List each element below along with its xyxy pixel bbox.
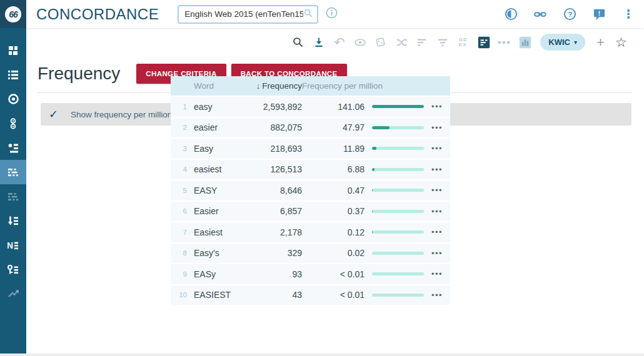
checkmark-icon: ✓ xyxy=(49,107,58,121)
add-view-button[interactable]: + xyxy=(590,33,611,52)
gdex-icon[interactable]: GDEX xyxy=(453,33,473,52)
table-row: 10 EASIEST 43 < 0.01 ••• xyxy=(171,285,450,307)
row-fpm: 47.97 xyxy=(302,122,365,132)
view-options-eye-icon[interactable] xyxy=(350,33,370,52)
fpm-bar xyxy=(372,126,424,129)
row-word: EASy xyxy=(189,269,242,279)
column-header-fpm[interactable]: Frequency per million xyxy=(302,81,365,91)
row-word: Easy xyxy=(189,144,242,154)
sidebar-item-wordlist[interactable] xyxy=(0,209,26,233)
sidebar-item-thesaurus[interactable] xyxy=(0,136,26,160)
row-index: 9 xyxy=(171,270,189,278)
visualize-chart-icon[interactable] xyxy=(515,33,535,52)
table-row: 7 Easiest 2,178 0.12 ••• xyxy=(171,222,450,244)
permalink-icon[interactable] xyxy=(533,7,547,21)
kwic-sentence-toggle-icon[interactable] xyxy=(473,33,494,52)
row-menu-icon[interactable]: ••• xyxy=(424,269,450,279)
sketch-engine-logo[interactable]: 66 xyxy=(0,0,26,28)
bullet-list-icon xyxy=(8,142,19,154)
sidebar-item-word-sketch-difference[interactable] xyxy=(0,111,26,136)
search-results-icon[interactable] xyxy=(288,33,308,52)
sidebar-item-text-types[interactable] xyxy=(0,184,26,209)
sidebar-item-trends[interactable] xyxy=(0,282,26,306)
svg-text:N: N xyxy=(8,240,13,250)
row-fpm: < 0.01 xyxy=(302,269,365,279)
info-icon[interactable] xyxy=(326,7,338,21)
fpm-bar-fill xyxy=(372,126,390,129)
table-row: 6 Easier 6,857 0.37 ••• xyxy=(171,202,450,223)
row-menu-icon[interactable]: ••• xyxy=(424,227,450,237)
row-fpm: 0.12 xyxy=(302,227,365,237)
table-row: 3 Easy 218,693 11.89 ••• xyxy=(171,139,450,160)
row-menu-icon[interactable]: ••• xyxy=(424,207,450,216)
top-header: CONCORDANCE ? ⋮ xyxy=(26,0,644,28)
corpus-search-box[interactable] xyxy=(178,5,318,24)
row-frequency: 126,513 xyxy=(242,164,302,174)
undo-icon[interactable]: ↶ xyxy=(329,33,350,52)
sidebar-item-n-grams[interactable]: N xyxy=(0,233,26,257)
row-menu-icon[interactable]: ••• xyxy=(424,165,450,174)
header-actions: ? ⋮ xyxy=(504,7,635,21)
row-menu-icon[interactable]: ••• xyxy=(424,249,450,258)
trend-arrow-icon xyxy=(8,288,19,300)
column-header-frequency[interactable]: ↓Frequency xyxy=(242,81,302,91)
fpm-bar xyxy=(372,252,424,255)
frequency-table: Word ↓Frequency Frequency per million 1 … xyxy=(171,76,450,306)
row-index: 6 xyxy=(171,207,189,215)
table-row: 5 EASY 8,646 0.47 ••• xyxy=(171,180,450,202)
sidebar-item-word-sketch[interactable] xyxy=(0,87,26,111)
sidebar-item-frequency[interactable] xyxy=(0,160,26,184)
row-frequency: 93 xyxy=(242,269,302,279)
row-menu-icon[interactable]: ••• xyxy=(424,123,450,132)
fpm-bar xyxy=(372,210,424,213)
chevron-down-icon: ▾ xyxy=(574,39,577,46)
row-index: 5 xyxy=(171,187,189,194)
row-menu-icon[interactable]: ••• xyxy=(424,102,450,111)
row-menu-icon[interactable]: ••• xyxy=(424,144,450,153)
row-frequency: 882,075 xyxy=(242,122,302,132)
random-sample-dice-icon[interactable] xyxy=(370,33,391,52)
sort-desc-icon: ↓ xyxy=(256,81,261,91)
row-fpm: 6.88 xyxy=(302,164,365,174)
filter-icon[interactable] xyxy=(432,33,453,52)
page-title: Frequency xyxy=(38,64,120,84)
sorted-list-icon xyxy=(8,215,19,227)
row-menu-icon[interactable]: ••• xyxy=(424,185,450,195)
more-actions-icon[interactable]: ••• xyxy=(494,33,515,52)
night-mode-icon[interactable] xyxy=(504,7,518,21)
show-fpm-label: Show frequency per million xyxy=(71,110,172,119)
row-index: 1 xyxy=(171,103,189,111)
page-mode-title: CONCORDANCE xyxy=(36,6,159,23)
row-index: 4 xyxy=(171,166,189,173)
frequency-icon xyxy=(8,167,19,178)
sidebar-item-concordance[interactable] xyxy=(0,62,26,87)
row-menu-icon[interactable]: ••• xyxy=(424,290,450,300)
fpm-bar xyxy=(372,230,424,234)
favorite-star-icon[interactable]: ☆ xyxy=(611,33,631,52)
help-icon[interactable]: ? xyxy=(563,7,576,21)
shuffle-icon[interactable] xyxy=(391,33,411,52)
sidebar-item-dashboard[interactable] xyxy=(0,38,26,62)
view-mode-dropdown[interactable]: KWIC ▾ xyxy=(540,34,585,51)
fpm-bar-fill xyxy=(372,147,376,150)
sort-icon[interactable] xyxy=(411,33,432,52)
fpm-bar xyxy=(372,272,424,275)
row-fpm: < 0.01 xyxy=(302,290,365,300)
column-header-word[interactable]: Word xyxy=(189,81,242,91)
sidebar-item-keywords[interactable] xyxy=(0,257,26,282)
window-bottom-edge xyxy=(0,354,644,356)
row-word: Easier xyxy=(189,206,242,216)
overflow-menu-icon[interactable]: ⋮ xyxy=(621,7,635,21)
corpus-search-input[interactable] xyxy=(184,9,303,19)
table-row: 9 EASy 93 < 0.01 ••• xyxy=(171,264,450,285)
download-icon[interactable] xyxy=(308,33,329,52)
row-word: easier xyxy=(189,122,242,132)
quotes-logo-icon: 66 xyxy=(5,6,21,22)
concordance-list-icon xyxy=(8,69,19,81)
row-frequency: 6,857 xyxy=(242,206,302,216)
row-word: easy xyxy=(189,102,242,112)
feedback-icon[interactable] xyxy=(592,7,606,21)
target-icon xyxy=(8,93,19,105)
table-row: 8 Easy's 329 0.02 ••• xyxy=(171,244,450,265)
row-fpm: 0.37 xyxy=(302,206,365,216)
